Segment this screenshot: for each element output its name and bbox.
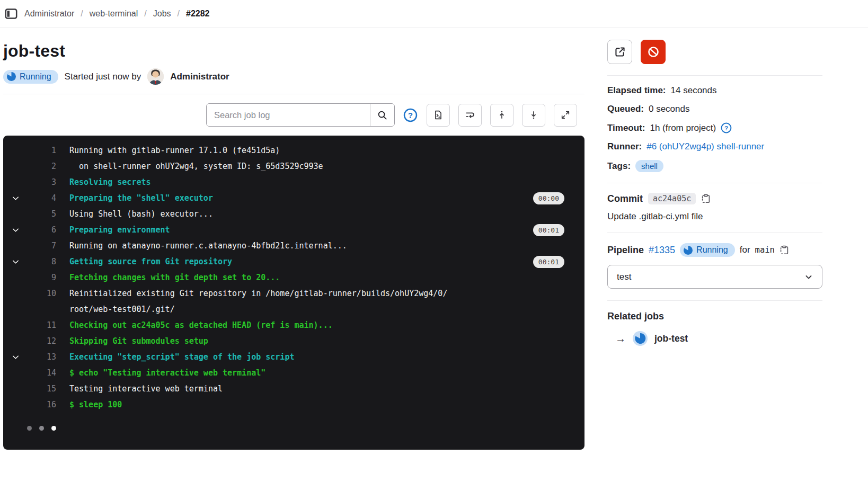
log-line: 4Preparing the "shell" executor00:00 bbox=[3, 190, 584, 206]
tags-label: Tags: bbox=[607, 161, 631, 172]
log-line-text: Running on atanayno-runner.c.atanayno-4b… bbox=[69, 238, 347, 254]
job-log[interactable]: 1Running with gitlab-runner 17.1.0 (fe45… bbox=[3, 136, 584, 450]
log-line-number[interactable]: 10 bbox=[28, 285, 56, 301]
pipeline-link[interactable]: #1335 bbox=[649, 245, 675, 256]
log-line-number[interactable]: 15 bbox=[28, 381, 56, 397]
log-line-text: on shell-runner ohUY2wg4, system ID: s_6… bbox=[69, 158, 323, 174]
wrap-lines-button[interactable] bbox=[458, 104, 482, 127]
pipeline-status-badge[interactable]: Running bbox=[680, 243, 735, 257]
open-raw-button[interactable] bbox=[607, 40, 632, 64]
log-line-text: root/web-test001/.git/ bbox=[69, 301, 175, 317]
log-line-text: Resolving secrets bbox=[69, 174, 151, 190]
log-line-text: Preparing the "shell" executor bbox=[69, 190, 213, 206]
collapse-section-icon[interactable] bbox=[3, 222, 28, 234]
commit-sha-badge[interactable]: ac24a05c bbox=[648, 193, 696, 204]
cancel-job-button[interactable] bbox=[641, 40, 666, 64]
log-line-number[interactable]: 8 bbox=[28, 254, 56, 270]
tag-badge[interactable]: shell bbox=[635, 160, 663, 172]
status-running-icon bbox=[684, 246, 693, 255]
log-line-number[interactable]: 7 bbox=[28, 238, 56, 254]
scroll-to-top-button[interactable] bbox=[490, 104, 513, 127]
breadcrumb-item-web-terminal[interactable]: web-terminal bbox=[90, 9, 138, 19]
log-line-number[interactable]: 12 bbox=[28, 333, 56, 349]
log-line: 11Checking out ac24a05c as detached HEAD… bbox=[3, 317, 584, 333]
log-gutter bbox=[3, 301, 28, 306]
author-name[interactable]: Administrator bbox=[170, 72, 229, 82]
search-button[interactable] bbox=[370, 104, 394, 126]
log-line: 10Reinitialized existing Git repository … bbox=[3, 285, 584, 301]
scroll-to-top-icon bbox=[497, 110, 507, 120]
runner-link[interactable]: #6 (ohUY2wg4p) shell-runner bbox=[646, 141, 764, 152]
copy-ref-button[interactable] bbox=[780, 245, 789, 255]
commit-message[interactable]: Update .gitlab-ci.yml file bbox=[607, 211, 822, 222]
scroll-to-bottom-icon bbox=[529, 110, 538, 120]
chevron-down-icon bbox=[12, 353, 20, 361]
collapse-section-icon[interactable] bbox=[3, 254, 28, 266]
job-log-toolbar: ? bbox=[3, 94, 584, 136]
breadcrumb-separator: / bbox=[178, 9, 180, 19]
log-line-text: Getting source from Git repository bbox=[69, 254, 232, 270]
queued-label: Queued: bbox=[607, 104, 644, 114]
raw-log-icon bbox=[433, 110, 443, 120]
log-line-number[interactable]: 9 bbox=[28, 270, 56, 285]
pipeline-for-text: for bbox=[740, 245, 750, 255]
related-jobs-title: Related jobs bbox=[607, 311, 822, 322]
log-gutter bbox=[3, 397, 28, 401]
job-status-badge[interactable]: Running bbox=[3, 70, 58, 84]
job-log-lines: 1Running with gitlab-runner 17.1.0 (fe45… bbox=[3, 142, 584, 413]
log-gutter bbox=[3, 206, 28, 210]
timeout-help-icon[interactable]: ? bbox=[721, 122, 732, 133]
wrap-lines-icon bbox=[465, 110, 475, 120]
log-line: root/web-test001/.git/ bbox=[3, 301, 584, 317]
log-gutter bbox=[3, 142, 28, 147]
copy-commit-sha-button[interactable] bbox=[701, 194, 711, 203]
log-line: 2 on shell-runner ohUY2wg4, system ID: s… bbox=[3, 158, 584, 174]
log-line-text: Executing "step_script" stage of the job… bbox=[69, 349, 294, 365]
avatar[interactable] bbox=[147, 68, 164, 85]
log-gutter bbox=[3, 174, 28, 178]
log-line: 3Resolving secrets bbox=[3, 174, 584, 190]
log-line-number[interactable]: 3 bbox=[28, 174, 56, 190]
log-line: 5Using Shell (bash) executor... bbox=[3, 206, 584, 222]
chevron-down-icon bbox=[804, 273, 813, 281]
search-help-icon[interactable]: ? bbox=[402, 107, 418, 123]
related-job-name[interactable]: job-test bbox=[654, 333, 688, 344]
log-line-number[interactable]: 13 bbox=[28, 349, 56, 365]
cancel-icon bbox=[647, 46, 660, 58]
collapse-section-icon[interactable] bbox=[3, 190, 28, 202]
log-line: 15Testing interactive web terminal bbox=[3, 381, 584, 397]
log-line: 14$ echo "Testing interactive web termin… bbox=[3, 365, 584, 381]
started-text: Started just now by bbox=[65, 72, 141, 82]
log-gutter bbox=[3, 365, 28, 369]
search-input[interactable] bbox=[207, 104, 370, 126]
status-running-icon bbox=[633, 331, 648, 346]
log-line-number[interactable]: 1 bbox=[28, 142, 56, 158]
log-line-number[interactable]: 6 bbox=[28, 222, 56, 238]
log-line-number[interactable]: 16 bbox=[28, 397, 56, 413]
tags-list: shell bbox=[635, 160, 663, 172]
log-line-number[interactable]: 5 bbox=[28, 206, 56, 222]
log-line-number[interactable]: 11 bbox=[28, 317, 56, 333]
log-gutter bbox=[3, 381, 28, 385]
log-gutter bbox=[3, 317, 28, 322]
log-gutter bbox=[3, 238, 28, 242]
chevron-down-icon bbox=[12, 194, 20, 202]
fullscreen-button[interactable] bbox=[554, 104, 577, 127]
elapsed-time-value: 14 seconds bbox=[671, 85, 717, 96]
scroll-to-bottom-button[interactable] bbox=[522, 104, 545, 127]
log-line-number[interactable]: 14 bbox=[28, 365, 56, 381]
raw-log-button[interactable] bbox=[427, 104, 450, 127]
related-job-row[interactable]: →job-test bbox=[607, 331, 822, 346]
breadcrumb-current-job-id: #2282 bbox=[186, 9, 210, 19]
collapse-section-icon[interactable] bbox=[3, 349, 28, 361]
log-line: 9Fetching changes with git depth set to … bbox=[3, 270, 584, 285]
pipeline-ref[interactable]: main bbox=[755, 245, 775, 255]
stage-select[interactable]: test bbox=[607, 265, 822, 289]
breadcrumb-item-jobs[interactable]: Jobs bbox=[153, 9, 171, 19]
sidebar-toggle-icon[interactable] bbox=[4, 7, 18, 21]
breadcrumb-item-administrator[interactable]: Administrator bbox=[24, 9, 74, 19]
log-line-number[interactable]: 2 bbox=[28, 158, 56, 174]
log-line: 12Skipping Git submodules setup bbox=[3, 333, 584, 349]
log-line-number[interactable]: 4 bbox=[28, 190, 56, 206]
timeout-value: 1h (from project) bbox=[650, 123, 716, 133]
